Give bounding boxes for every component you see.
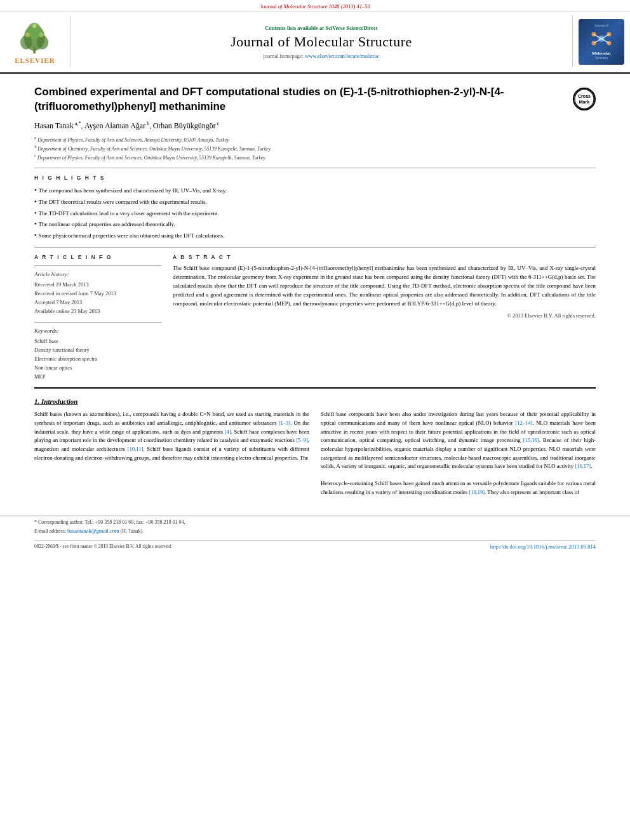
ref-1-3[interactable]: [1–3] xyxy=(279,420,290,426)
copyright-line: © 2013 Elsevier B.V. All rights reserved… xyxy=(173,312,596,319)
author-3-sup: c xyxy=(216,121,220,126)
email-link[interactable]: hasantanak@gmail.com xyxy=(67,528,119,534)
svg-text:Mark: Mark xyxy=(579,100,590,105)
doi-link[interactable]: http://dx.doi.org/10.1016/j.molstruc.201… xyxy=(490,543,596,550)
logo-molecule-icon xyxy=(589,29,614,48)
affil-2: b Department of Chemistry, Faculty of Ar… xyxy=(34,143,596,152)
article-info-abstract-section: A R T I C L E I N F O Article history: R… xyxy=(34,254,596,381)
right-logo-area: Journal of Molecular Struct xyxy=(573,17,630,67)
highlight-item-1: The compound has been synthesized and ch… xyxy=(34,185,596,196)
abstract-label: A B S T R A C T xyxy=(173,254,596,260)
svg-text:Cross: Cross xyxy=(578,94,591,99)
elsevier-tree-icon xyxy=(13,20,57,55)
divider-thick xyxy=(34,387,596,389)
ref-5-9[interactable]: [5–9] xyxy=(296,437,307,443)
elsevier-brand-text: ELSEVIER xyxy=(15,57,55,64)
logo-top-text: Journal of xyxy=(594,23,608,28)
svg-point-6 xyxy=(39,32,43,37)
affiliations: a Department of Physics, Faculty of Arts… xyxy=(34,135,596,162)
intro-section: 1. Introduction Schiff bases (known as a… xyxy=(34,397,596,497)
sciverse-brand: SciVerse ScienceDirect xyxy=(325,25,377,31)
ref-16-17[interactable]: [16,17] xyxy=(575,463,591,469)
journal-logo-box: Journal of Molecular Struct xyxy=(579,19,624,65)
body-two-col: Schiff bases (known as azomethines), i.e… xyxy=(34,410,596,497)
keyword-2: Density functional theory xyxy=(34,345,161,354)
keyword-3: Electronic absorption spectra xyxy=(34,354,161,363)
main-content: Combined experimental and DFT computatio… xyxy=(0,74,630,503)
ref-4[interactable]: [4] xyxy=(225,429,231,435)
body-col-right: Schiff base compounds have been also und… xyxy=(321,410,596,497)
author-2: Ayşen Alaman Ağar xyxy=(84,121,145,130)
history-label: Article history: xyxy=(34,271,161,277)
article-info-col: A R T I C L E I N F O Article history: R… xyxy=(34,254,161,381)
author-2-sup: b xyxy=(145,121,149,126)
keyword-1: Schiff base xyxy=(34,337,161,345)
divider-1 xyxy=(34,168,596,168)
divider-4 xyxy=(34,322,161,323)
history-revised: Received in revised form 7 May 2013 xyxy=(34,289,161,298)
intro-heading: 1. Introduction xyxy=(34,397,596,405)
highlight-item-3: The TD-DFT calculations lead to a very c… xyxy=(34,208,596,219)
svg-point-2 xyxy=(20,35,32,49)
divider-3 xyxy=(34,265,161,266)
affil-3: c Department of Physics, Faculty of Arts… xyxy=(34,152,596,161)
keywords-list: Schiff base Density functional theory El… xyxy=(34,337,161,381)
history-received: Received 19 March 2013 xyxy=(34,280,161,289)
page-wrapper: Journal of Molecular Structure 1048 (201… xyxy=(0,0,630,840)
footnote-star: * Corresponding author. Tel.: +90 358 21… xyxy=(34,519,596,525)
author-1-sup: a,* xyxy=(74,121,81,126)
divider-2 xyxy=(34,247,596,248)
svg-point-5 xyxy=(25,32,29,37)
article-info-label: A R T I C L E I N F O xyxy=(34,254,161,260)
ref-15-16[interactable]: [15,16] xyxy=(523,437,539,443)
logo-main-text: Molecular xyxy=(592,51,612,56)
highlight-item-5: Some physicochemical properties were als… xyxy=(34,230,596,241)
elsevier-logo: ELSEVIER xyxy=(13,20,57,64)
ref-10-11[interactable]: [10,11] xyxy=(128,446,143,452)
header-center: Contents lists available at SciVerse Sci… xyxy=(70,17,573,67)
body-col-left: Schiff bases (known as azomethines), i.e… xyxy=(34,410,309,497)
ref-12-14[interactable]: [12–14] xyxy=(515,420,532,426)
history-accepted: Accepted 7 May 2013 xyxy=(34,298,161,307)
abstract-col: A B S T R A C T The Schiff base compound… xyxy=(173,254,596,381)
history-online: Available online 23 May 2013 xyxy=(34,307,161,316)
abstract-text: The Schiff base compound (E)-1-(5-nitrot… xyxy=(173,264,596,309)
journal-bar: Journal of Molecular Structure 1048 (201… xyxy=(0,0,630,11)
ref-18-19[interactable]: [18,19] xyxy=(469,489,485,495)
authors-section: Hasan Tanak a,*, Ayşen Alaman Ağar b, Or… xyxy=(34,121,596,131)
affil-1: a Department of Physics, Faculty of Arts… xyxy=(34,135,596,143)
keyword-5: MEP xyxy=(34,372,161,381)
highlights-section: H I G H L I G H T S The compound has bee… xyxy=(34,175,596,241)
footer-issn: 0022-2860/$ - see front matter © 2013 El… xyxy=(34,543,172,550)
highlights-label: H I G H L I G H T S xyxy=(34,175,596,181)
page-footer: * Corresponding author. Tel.: +90 358 21… xyxy=(0,515,630,554)
elsevier-logo-area: ELSEVIER xyxy=(0,17,70,67)
svg-point-3 xyxy=(37,35,48,49)
svg-point-7 xyxy=(32,24,36,28)
author-1: Hasan Tanak xyxy=(34,121,74,130)
highlight-item-2: The DFT theoretical results were compare… xyxy=(34,196,596,208)
article-title-section: Combined experimental and DFT computatio… xyxy=(34,85,596,114)
journal-bar-text: Journal of Molecular Structure 1048 (201… xyxy=(260,3,370,10)
logo-bottom-text: Structure xyxy=(595,56,608,60)
author-3: Orhan Büyükgüngör xyxy=(153,121,216,130)
sciverse-text: Contents lists available at SciVerse Sci… xyxy=(265,25,377,31)
history-items: Received 19 March 2013 Received in revis… xyxy=(34,280,161,316)
footer-bar: 0022-2860/$ - see front matter © 2013 El… xyxy=(34,540,596,550)
journal-title: Journal of Molecular Structure xyxy=(231,34,412,50)
highlights-list: The compound has been synthesized and ch… xyxy=(34,185,596,241)
crossmark-badge[interactable]: Cross Mark xyxy=(573,88,596,110)
journal-homepage: journal homepage: www.elsevier.com/locat… xyxy=(263,53,379,59)
article-title: Combined experimental and DFT computatio… xyxy=(34,85,566,114)
header-section: ELSEVIER Contents lists available at Sci… xyxy=(0,11,630,74)
homepage-url[interactable]: www.elsevier.com/locate/molstruc xyxy=(305,53,379,59)
keywords-label: Keywords: xyxy=(34,328,161,334)
highlight-item-4: The nonlinear optical properties are add… xyxy=(34,218,596,230)
footnote-email: E-mail address: hasantanak@gmail.com (H.… xyxy=(34,528,596,534)
footer-doi: http://dx.doi.org/10.1016/j.molstruc.201… xyxy=(490,543,596,550)
keyword-4: Non-linear optics xyxy=(34,363,161,372)
